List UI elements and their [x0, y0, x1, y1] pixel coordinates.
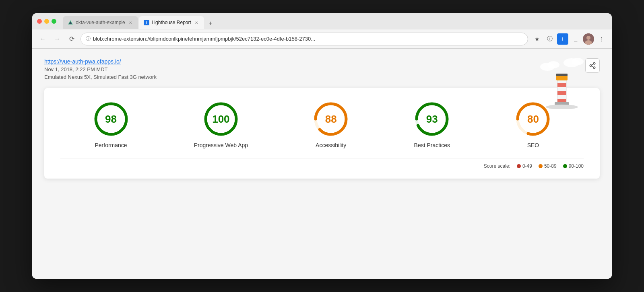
tab-close-icon[interactable]: ✕ [128, 20, 133, 25]
score-item-accessibility: 88 Accessibility [313, 101, 349, 148]
scores-row: 98 Performance 100 Progressive Web App 8… [60, 101, 584, 148]
scores-card: 98 Performance 100 Progressive Web App 8… [44, 88, 600, 179]
score-label-performance: Performance [95, 142, 127, 148]
svg-point-5 [586, 36, 590, 40]
lh-meta: https://vue-auth-pwa.cfapps.io/ Nov 1, 2… [44, 58, 157, 80]
lh-url[interactable]: https://vue-auth-pwa.cfapps.io/ [44, 58, 157, 65]
svg-rect-18 [557, 91, 566, 95]
score-scale: Score scale: 0-49 50-89 90-100 [60, 158, 584, 169]
score-circle-seo: 80 [515, 101, 551, 137]
score-circle-pwa: 100 [203, 101, 239, 137]
svg-line-10 [591, 66, 593, 67]
score-label-seo: SEO [527, 142, 539, 148]
lh-device: Emulated Nexus 5X, Simulated Fast 3G net… [44, 74, 157, 80]
svg-line-11 [591, 64, 593, 65]
svg-point-8 [590, 65, 592, 67]
score-value-pwa: 100 [212, 113, 229, 125]
score-circle-performance: 98 [93, 101, 129, 137]
svg-point-13 [547, 61, 559, 68]
scale-range-green: 90-100 [569, 163, 584, 169]
score-value-accessibility: 88 [325, 113, 337, 125]
score-label-pwa: Progressive Web App [194, 142, 248, 148]
reload-button[interactable]: ⟳ [66, 33, 77, 45]
score-value-best-practices: 93 [426, 113, 438, 125]
share-button[interactable] [585, 58, 600, 73]
scale-item-green: 90-100 [563, 163, 584, 169]
tab-okta-vue[interactable]: okta-vue-auth-example ✕ [63, 16, 138, 29]
lh-header: https://vue-auth-pwa.cfapps.io/ Nov 1, 2… [44, 58, 600, 80]
minimize-button[interactable] [44, 19, 49, 24]
address-bar: ← → ⟳ ⓘ blob:chrome-extension://blipmdco… [32, 29, 612, 49]
vue-icon [68, 20, 73, 25]
score-circle-best-practices: 93 [414, 101, 450, 137]
lighthouse-icon: i [144, 20, 149, 25]
svg-rect-21 [556, 74, 568, 76]
score-item-seo: 80 SEO [515, 101, 551, 148]
extension-button[interactable]: i [557, 33, 568, 45]
score-value-performance: 98 [105, 113, 117, 125]
scale-dot-green [563, 164, 567, 168]
extensions-icon[interactable]: ⎯ [570, 33, 581, 45]
lighthouse-page: https://vue-auth-pwa.cfapps.io/ Nov 1, 2… [32, 49, 612, 279]
avatar[interactable] [583, 33, 594, 45]
tab-label: Lighthouse Report [152, 20, 191, 25]
svg-point-15 [572, 58, 584, 65]
title-bar: okta-vue-auth-example ✕ i Lighthouse Rep… [32, 13, 612, 29]
score-item-performance: 98 Performance [93, 101, 129, 148]
svg-rect-17 [557, 83, 566, 87]
url-text: blob:chrome-extension://blipmdconlkpinef… [93, 36, 523, 42]
scale-label: Score scale: [484, 163, 510, 169]
tab-bar: okta-vue-auth-example ✕ i Lighthouse Rep… [63, 13, 607, 29]
score-item-best-practices: 93 Best Practices [414, 101, 450, 148]
score-value-seo: 80 [527, 113, 539, 125]
lighthouse-illustration [539, 57, 580, 105]
scale-item-orange: 50-89 [539, 163, 557, 169]
tab-lighthouse[interactable]: i Lighthouse Report ✕ [139, 16, 204, 29]
scale-range-orange: 50-89 [544, 163, 557, 169]
traffic-lights [37, 19, 56, 24]
url-bar[interactable]: ⓘ blob:chrome-extension://blipmdconlkpin… [80, 33, 528, 45]
new-tab-button[interactable]: + [205, 18, 216, 29]
scale-dot-orange [539, 164, 543, 168]
back-button[interactable]: ← [37, 33, 48, 45]
page-content: https://vue-auth-pwa.cfapps.io/ Nov 1, 2… [32, 49, 612, 279]
svg-point-9 [593, 67, 595, 69]
score-circle-accessibility: 88 [313, 101, 349, 137]
info-circle-icon[interactable]: ⓘ [544, 33, 555, 45]
lh-date: Nov 1, 2018, 2:22 PM MDT [44, 66, 157, 72]
browser-window: okta-vue-auth-example ✕ i Lighthouse Rep… [32, 13, 612, 279]
menu-icon[interactable]: ⋮ [596, 33, 607, 45]
svg-text:i: i [146, 21, 147, 25]
scale-range-red: 0-49 [522, 163, 532, 169]
tab-close-icon[interactable]: ✕ [194, 20, 199, 25]
score-item-pwa: 100 Progressive Web App [194, 101, 248, 148]
score-label-best-practices: Best Practices [414, 142, 450, 148]
svg-point-7 [593, 63, 595, 65]
close-button[interactable] [37, 19, 42, 24]
bookmark-icon[interactable]: ★ [531, 33, 543, 45]
maximize-button[interactable] [52, 19, 56, 24]
score-label-accessibility: Accessibility [316, 142, 346, 148]
scale-item-red: 0-49 [517, 163, 532, 169]
scale-dot-red [517, 164, 521, 168]
tab-label: okta-vue-auth-example [76, 20, 125, 25]
toolbar-right: ★ ⓘ i ⎯ ⋮ [531, 33, 607, 45]
forward-button[interactable]: → [52, 33, 63, 45]
info-icon: ⓘ [86, 35, 91, 42]
